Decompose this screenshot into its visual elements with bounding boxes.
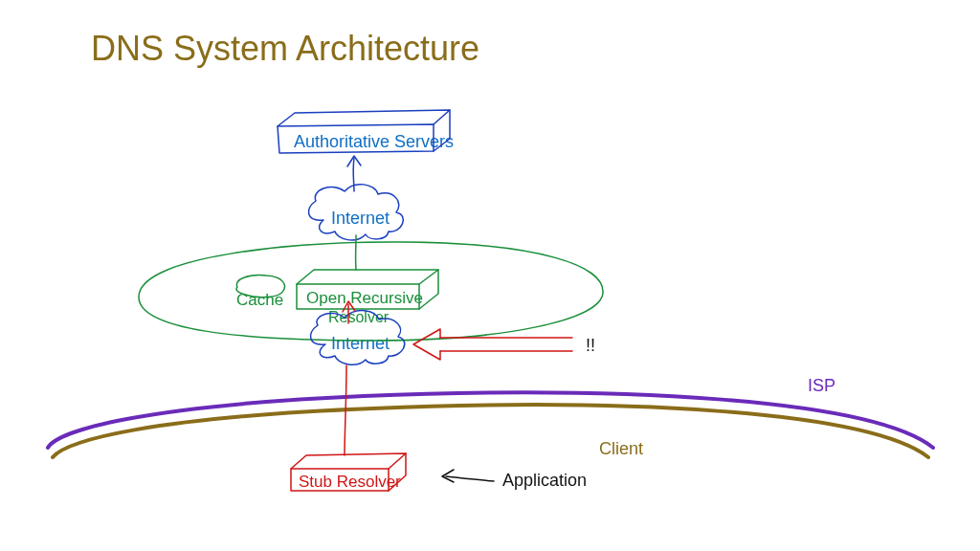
client-label: Client xyxy=(599,439,643,459)
client-arc xyxy=(53,405,928,457)
slide-title: DNS System Architecture xyxy=(91,29,479,69)
isp-arc xyxy=(48,392,933,448)
stub-resolver-label: Stub Resolver xyxy=(299,473,401,492)
alert-label: !! xyxy=(586,336,595,356)
cache-label: Cache xyxy=(236,291,283,310)
authoritative-servers-label: Authoritative Servers xyxy=(294,132,454,152)
open-recursive-label: Open Recursive xyxy=(306,289,423,308)
resolver-label: Resolver xyxy=(328,309,389,326)
alert-arrow xyxy=(413,329,572,360)
application-arrow xyxy=(442,470,494,482)
internet-lower-label: Internet xyxy=(331,334,390,354)
internet-upper-label: Internet xyxy=(331,209,390,229)
isp-label: ISP xyxy=(808,376,835,396)
application-label: Application xyxy=(502,471,587,491)
arrow-internet-to-authoritative xyxy=(347,156,361,191)
